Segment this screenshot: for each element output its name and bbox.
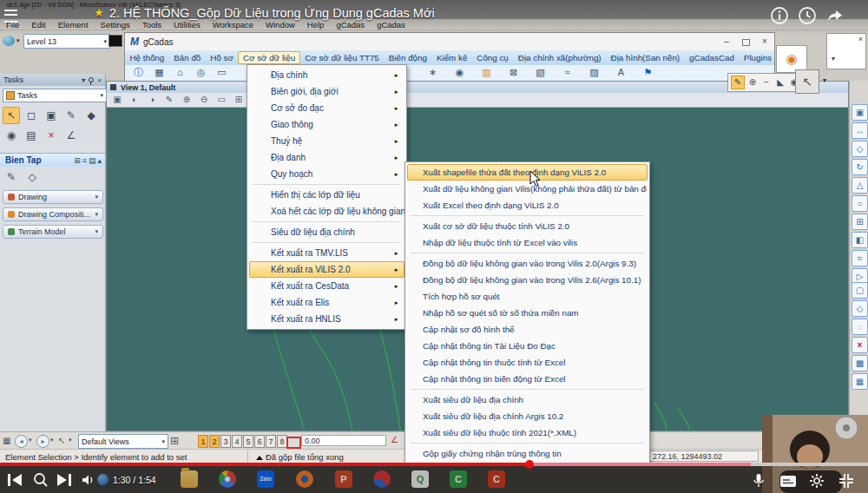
menu-item[interactable]: Kết xuất ra CesData► [249,278,404,294]
app-swirl-icon[interactable] [373,470,391,488]
zoom-in-icon[interactable]: ⊕ [181,94,193,106]
mirror-icon[interactable]: △ [852,177,868,194]
menubar-item[interactable]: Workspace [207,20,260,30]
gcadas-menu-item[interactable]: Địa chính xã(phường) [513,51,606,64]
menu-item[interactable]: Biên giới, địa giới► [249,83,404,100]
camtasia-green-icon[interactable]: C [450,470,467,488]
menu-item[interactable]: Kết xuất ra ViLIS 2.0► [249,261,404,278]
table-icon[interactable]: ▦ [153,66,166,79]
level-selector[interactable]: Level 13 ▾ [23,34,110,49]
text-style-icon[interactable]: A [615,66,628,79]
menu-item[interactable]: Giao thông► [249,116,404,133]
zoom-out-icon[interactable]: ⊖ [198,94,210,106]
gcadas-menu-item[interactable]: Địa hình(San nền) [606,51,685,64]
array-icon[interactable]: ○ [852,195,868,212]
browser-icon[interactable] [296,470,313,488]
dropdown-caret-icon[interactable]: ▾ [16,37,20,44]
frame-icon[interactable]: ▭ [215,66,228,79]
element-selection-button[interactable]: ↖ [795,69,819,94]
gcadas-menu-item[interactable]: Công cụ [472,51,514,64]
view-group-icon[interactable]: ⊞ [170,435,179,447]
fence-shape-icon[interactable]: ◇ [852,300,868,317]
view-toggle-button[interactable]: 1 [198,435,208,448]
volume-icon[interactable] [82,474,97,486]
search-doc-icon[interactable]: ◎ [194,66,207,79]
tasks-combobox[interactable]: Tasks ▾ [3,89,107,102]
select-arrow-icon[interactable]: ↖ [3,107,20,124]
scale-icon[interactable]: ◇ [852,141,868,157]
search-icon[interactable] [33,472,49,488]
brush-icon[interactable]: ✎ [731,76,745,89]
accudraw-input[interactable]: 0.00 [301,435,386,446]
fence-rect-icon[interactable]: ▢ [852,282,868,299]
play-next-button[interactable] [56,473,73,487]
fence-circle-icon[interactable]: ◌ [852,319,868,335]
angle-icon[interactable]: ∠ [391,435,398,444]
submenu-item[interactable]: Đồng bộ dữ liệu không gian vào trong Vil… [407,272,648,288]
dropdown-caret-icon[interactable]: ▾ [50,437,54,444]
view-previous-button[interactable]: ◂ [15,435,28,448]
default-views-combobox[interactable]: Default Views ▾ [78,434,168,449]
info-button[interactable] [769,5,790,26]
cell-icon[interactable]: ▤ [23,127,40,144]
window-area-icon[interactable]: ⊞ [233,94,245,106]
dropdown-caret-icon[interactable]: ▾ [69,437,72,444]
curve-icon[interactable]: ≈ [852,250,868,266]
gcadas-titlebar[interactable]: M gCadas – × [125,33,774,51]
view-toggle-button[interactable]: 4 [232,435,242,448]
copy-icon[interactable]: ▣ [852,104,868,121]
info-icon[interactable]: ⓘ [132,66,145,79]
lamp-icon[interactable]: ◉ [3,127,20,144]
move-icon[interactable]: ↔ [852,122,868,139]
brush-icon[interactable]: ✎ [62,107,80,124]
menu-item[interactable]: Quy hoạch► [249,166,404,182]
dropdown-caret-icon[interactable]: ▾ [823,76,826,84]
submenu-item[interactable]: Nhập dữ liệu thuộc tính từ Excel vào vil… [407,234,648,251]
submenu-item[interactable]: Xuất siêu dữ liệu địa chính [407,391,648,408]
settings-gear-icon[interactable] [809,473,825,489]
corner-icon[interactable]: ◣ [774,76,786,89]
exit-fullscreen-icon[interactable] [838,473,854,489]
menu-item[interactable]: Kết xuất ra Elis► [249,294,404,311]
submenu-item[interactable]: Xuất dữ liệu không gian Vilis(không phải… [407,181,648,197]
video-progress-bar[interactable] [0,463,868,466]
panel-view-icon[interactable]: ▤ [89,156,96,165]
modify-icon[interactable]: ◇ [24,169,40,185]
measure-icon[interactable]: ∠ [62,127,80,144]
menu-item[interactable]: Cơ sở đo đạc► [249,100,404,116]
close-icon[interactable]: × [97,76,102,84]
line-chart-icon[interactable]: ≈ [561,66,574,79]
menubar-item[interactable]: Element [52,20,95,30]
color-swatch[interactable] [108,35,122,47]
pin-icon[interactable] [89,77,94,82]
view-toggle-button[interactable]: 5 [243,435,253,448]
submenu-item[interactable]: Gộp giấy chứng nhận trùng thông tin [407,445,648,462]
zalo-icon[interactable]: Zalo [257,470,274,488]
share-button[interactable] [825,5,845,26]
view-menu-icon[interactable] [110,84,116,90]
gcadas-menu-item[interactable]: Plugins [739,51,774,64]
menu-item[interactable]: Siêu dữ liệu địa chính [249,224,404,240]
menu-item[interactable]: Địa chính► [249,67,404,83]
window-export-icon[interactable]: ⊠ [507,66,520,79]
submenu-item[interactable]: Xuất siêu dữ liệu địa chính Argis 10.2 [407,408,648,424]
tasks-panel-header[interactable]: Tasks ▾ × [0,74,105,86]
minimize-button[interactable]: – [717,36,736,49]
view-toggle-button[interactable]: 7 [266,435,276,448]
gcadas-menu-item[interactable]: Kiểm kê [431,51,471,64]
menu-item[interactable]: Thuỷ hệ► [249,133,404,149]
watch-later-button[interactable] [797,5,818,26]
view-toggle-button[interactable]: 3 [220,435,231,448]
camtasia-red-icon[interactable]: C [488,470,505,488]
view-attributes-icon[interactable]: ◐ [128,94,141,106]
view-grid-icon[interactable]: ▦ [3,436,10,445]
submenu-item[interactable]: Đồng bộ dữ liệu không gian vào trong Vil… [407,255,648,272]
zoom-in-icon[interactable]: ⊕ [746,76,759,89]
submenu-item[interactable]: Tích hợp hồ sơ quét [407,288,648,305]
pattern-icon[interactable]: ◆ [82,107,100,124]
task-section-bar[interactable]: Drawing Compositi... [3,207,103,221]
menubar-item[interactable]: Help [301,20,331,30]
bar-chart-icon[interactable]: ▥ [480,66,493,79]
bien-tap-header[interactable]: Bien Tap ⊞≡▤▴ [0,153,105,167]
dropdown-caret-icon[interactable]: ▾ [832,55,835,62]
